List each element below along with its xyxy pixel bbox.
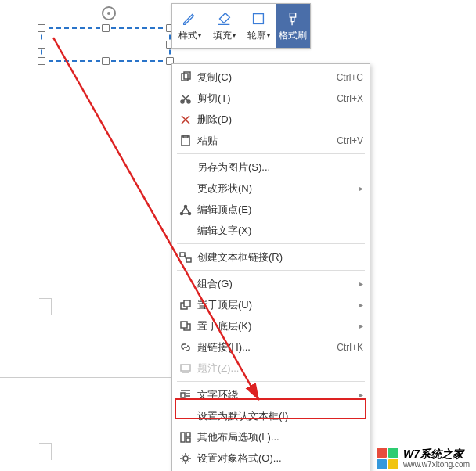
menu-cut[interactable]: 剪切(T) Ctrl+X	[172, 88, 370, 109]
menu-paste[interactable]: 粘贴 Ctrl+V	[172, 130, 370, 151]
dropdown-icon: ▾	[233, 32, 236, 39]
brush-icon	[284, 10, 301, 27]
margin-guide	[39, 443, 52, 444]
vertex-icon	[177, 203, 194, 216]
clipboard-icon	[177, 135, 194, 147]
menu-send-backward[interactable]: 置于底层(K) ▸	[172, 315, 370, 336]
margin-guide	[39, 298, 52, 299]
svg-point-7	[181, 212, 183, 214]
svg-rect-19	[186, 433, 190, 437]
format-painter-label: 格式刷	[279, 29, 307, 42]
menu-edit-text[interactable]: 编辑文字(X)	[172, 220, 370, 241]
svg-rect-15	[181, 322, 187, 328]
menu-set-default-textbox[interactable]: 设置为默认文本框(I)	[172, 405, 370, 426]
caption-icon	[177, 362, 194, 375]
menu-change-shape[interactable]: 更改形状(N) ▸	[172, 178, 370, 199]
scissors-icon	[177, 92, 194, 105]
link-icon	[177, 341, 194, 354]
delete-icon	[177, 113, 194, 126]
outline-button[interactable]: 轮廓▾	[241, 4, 276, 48]
wrap-icon	[177, 389, 194, 401]
outline-icon	[250, 10, 267, 27]
context-menu: 复制(C) Ctrl+C 剪切(T) Ctrl+X 删除(D) 粘贴 Ctrl+…	[171, 63, 370, 471]
menu-save-as-image[interactable]: 另存为图片(S)...	[172, 156, 370, 178]
margin-guide	[51, 443, 52, 460]
svg-rect-20	[186, 438, 190, 442]
fill-button[interactable]: 填充▾	[207, 4, 241, 48]
gear-icon	[177, 452, 194, 465]
svg-point-21	[183, 456, 188, 461]
rotate-handle[interactable]	[102, 6, 116, 20]
resize-handle[interactable]	[102, 24, 110, 32]
menu-edit-vertex[interactable]: 编辑顶点(E)	[172, 199, 370, 220]
menu-group[interactable]: 组合(G) ▸	[172, 273, 370, 294]
resize-handle[interactable]	[38, 41, 45, 49]
layout-icon	[177, 431, 194, 444]
resize-handle[interactable]	[38, 24, 45, 32]
watermark-url: www.w7xitong.com	[403, 460, 470, 469]
style-label: 样式	[178, 29, 197, 42]
submenu-arrow-icon: ▸	[355, 390, 363, 399]
menu-copy[interactable]: 复制(C) Ctrl+C	[172, 67, 370, 88]
selected-textbox-shape[interactable]	[41, 27, 171, 62]
svg-rect-11	[186, 258, 191, 262]
resize-handle[interactable]	[102, 57, 110, 65]
dropdown-icon: ▾	[267, 32, 270, 39]
svg-rect-13	[184, 300, 190, 307]
margin-guide	[0, 377, 171, 378]
style-button[interactable]: 样式▾	[172, 4, 207, 48]
pencil-icon	[181, 10, 198, 27]
menu-text-wrap[interactable]: 文字环绕 ▸	[172, 384, 370, 405]
windows-logo-icon	[377, 448, 398, 469]
menu-more-layout[interactable]: 其他布局选项(L)...	[172, 426, 370, 448]
margin-guide	[51, 298, 52, 315]
menu-separator	[177, 153, 365, 154]
submenu-arrow-icon: ▸	[355, 279, 363, 288]
bring-front-icon	[177, 299, 194, 311]
resize-handle[interactable]	[38, 57, 45, 65]
link-textbox-icon	[177, 251, 194, 264]
fill-label: 填充	[213, 29, 232, 42]
menu-create-textbox-link[interactable]: 创建文本框链接(R)	[172, 246, 370, 268]
menu-separator	[177, 381, 365, 382]
svg-rect-0	[254, 13, 264, 23]
menu-format-object[interactable]: 设置对象格式(O)...	[172, 448, 370, 469]
menu-caption[interactable]: 题注(Z)...	[172, 358, 370, 379]
dropdown-icon: ▾	[198, 32, 201, 39]
menu-hyperlink[interactable]: 超链接(H)... Ctrl+K	[172, 336, 370, 358]
svg-rect-17	[181, 393, 185, 397]
floating-format-toolbar: 样式▾ 填充▾ 轮廓▾ 格式刷	[171, 3, 311, 49]
watermark: W7系统之家 www.w7xitong.com	[377, 448, 470, 469]
outline-label: 轮廓	[247, 29, 266, 42]
bucket-icon	[215, 10, 233, 27]
menu-bring-forward[interactable]: 置于顶层(U) ▸	[172, 294, 370, 315]
menu-delete[interactable]: 删除(D)	[172, 109, 370, 130]
submenu-arrow-icon: ▸	[355, 184, 363, 192]
submenu-arrow-icon: ▸	[355, 300, 363, 309]
svg-rect-16	[181, 365, 190, 371]
watermark-title: W7系统之家	[403, 448, 470, 460]
svg-point-9	[189, 212, 191, 214]
submenu-arrow-icon: ▸	[355, 322, 363, 330]
svg-point-8	[185, 205, 187, 207]
svg-rect-18	[181, 433, 185, 442]
menu-separator	[177, 270, 365, 271]
svg-rect-10	[180, 253, 185, 257]
copy-icon	[177, 71, 194, 84]
send-back-icon	[177, 320, 194, 333]
format-painter-button[interactable]: 格式刷	[276, 4, 310, 48]
menu-separator	[177, 243, 365, 244]
